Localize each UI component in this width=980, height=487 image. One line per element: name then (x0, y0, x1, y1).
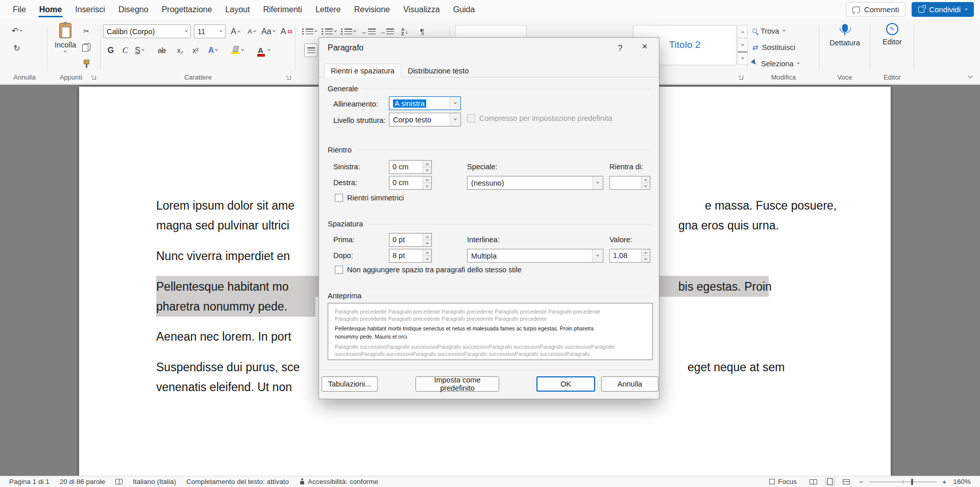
change-case-button[interactable]: Aa (261, 24, 275, 38)
spin-up[interactable] (423, 176, 431, 183)
language-indicator[interactable]: Italiano (Italia) (128, 476, 181, 487)
line-spacing-combobox[interactable]: Multipla (467, 249, 603, 263)
zoom-slider[interactable] (869, 481, 937, 482)
menu-tab-home[interactable]: Home (33, 0, 68, 19)
chevron-down-icon[interactable] (592, 249, 603, 262)
paste-button[interactable]: Incolla (52, 23, 79, 52)
gallery-more-button[interactable] (738, 52, 748, 65)
mirror-indents-checkbox[interactable]: Rientri simmetrici (335, 194, 404, 202)
font-size-combobox[interactable]: 11 (194, 24, 226, 38)
font-family-combobox[interactable]: Calibri (Corpo) (103, 24, 191, 38)
text-highlight-button[interactable] (231, 43, 244, 57)
spin-down[interactable] (642, 255, 650, 262)
find-button[interactable]: Trova (752, 24, 785, 38)
underline-button[interactable]: S (133, 43, 146, 57)
show-formatting-marks-button[interactable]: ¶ (415, 24, 429, 38)
font-color-button[interactable]: A (257, 43, 271, 57)
tab-rientri-e-spaziatura[interactable]: Rientri e spaziatura (324, 64, 401, 78)
spin-down[interactable] (423, 167, 431, 173)
doc-text-line[interactable]: gna eros quis urna. (678, 218, 779, 233)
doc-text-line[interactable]: e massa. Fusce posuere, (705, 198, 837, 213)
dialog-help-button[interactable]: ? (612, 42, 628, 55)
shrink-font-button[interactable]: A (245, 24, 258, 38)
numbered-list-button[interactable] (322, 24, 336, 38)
menu-tab-riferimenti[interactable]: Riferimenti (256, 0, 308, 19)
proofing-status[interactable] (110, 476, 128, 487)
italic-button[interactable]: C (118, 43, 132, 57)
subscript-button[interactable]: x₂ (174, 43, 187, 57)
spin-down[interactable] (642, 183, 650, 189)
alignment-combobox[interactable]: A sinistra (389, 96, 461, 110)
print-layout-view-button[interactable] (825, 477, 835, 486)
replace-button[interactable]: ⇄ Sostituisci (752, 40, 795, 54)
multilevel-list-button[interactable] (341, 24, 356, 38)
word-count[interactable]: 20 di 86 parole (55, 476, 110, 487)
gallery-up-button[interactable] (738, 25, 748, 38)
spin-up[interactable] (642, 249, 650, 255)
cancel-button[interactable]: Annulla (601, 376, 658, 392)
spin-down[interactable] (423, 255, 431, 262)
superscript-button[interactable]: x² (189, 43, 202, 57)
menu-tab-file[interactable]: File (6, 0, 33, 19)
font-dialog-launcher[interactable] (286, 74, 291, 80)
clipboard-dialog-launcher[interactable] (91, 74, 96, 80)
format-painter-button[interactable] (80, 57, 93, 70)
doc-text-line[interactable]: bis egestas. Proin (678, 279, 772, 294)
editor-button[interactable]: ✎ Editor (876, 23, 909, 46)
undo-button[interactable]: ↶ (10, 24, 23, 38)
doc-text-line[interactable]: eget neque at sem (688, 360, 785, 375)
chevron-down-icon[interactable] (450, 113, 460, 126)
bold-button[interactable]: G (104, 43, 117, 57)
cut-button[interactable]: ✂ (80, 24, 93, 38)
read-mode-view-button[interactable] (807, 478, 820, 485)
outline-level-combobox[interactable]: Corpo testo (389, 113, 461, 126)
spacing-after-spinner[interactable]: 8 pt (389, 249, 432, 263)
doc-text-line[interactable]: Lorem ipsum dolor sit ame (156, 198, 295, 213)
indent-right-spinner[interactable]: 0 cm (389, 176, 432, 190)
strikethrough-button[interactable]: ab (155, 43, 168, 57)
doc-text-line[interactable]: Suspendisse dui purus, sce (156, 360, 300, 375)
indent-left-spinner[interactable]: 0 cm (389, 160, 432, 174)
page-indicator[interactable]: Pagina 1 di 1 (4, 476, 55, 487)
zoom-level[interactable]: 160% (948, 478, 976, 485)
ok-button[interactable]: OK (536, 376, 595, 392)
dialog-close-button[interactable]: × (632, 38, 657, 55)
menu-tab-layout[interactable]: Layout (218, 0, 256, 19)
spin-up[interactable] (423, 234, 431, 240)
menu-tab-lettere[interactable]: Lettere (309, 0, 348, 19)
menu-tab-visualizza[interactable]: Visualizza (397, 0, 447, 19)
indent-by-spinner[interactable] (609, 176, 650, 190)
menu-tab-inserisci[interactable]: Inserisci (68, 0, 112, 19)
check-box[interactable] (335, 194, 343, 202)
menu-tab-disegno[interactable]: Disegno (112, 0, 155, 19)
doc-text-line[interactable]: Nunc viverra imperdiet en (156, 248, 290, 264)
style-gallery-cell[interactable] (455, 25, 527, 38)
doc-text-line[interactable]: magna sed pulvinar ultrici (156, 218, 289, 233)
redo-button[interactable]: ↻ (10, 41, 23, 55)
web-layout-view-button[interactable] (840, 478, 852, 485)
grow-font-button[interactable]: A (229, 24, 242, 38)
gallery-down-button[interactable] (738, 38, 748, 52)
menu-tab-guida[interactable]: Guida (447, 0, 482, 19)
zoom-out-button[interactable]: − (857, 477, 865, 486)
doc-text-line[interactable]: Aenean nec lorem. In port (156, 329, 291, 344)
dictate-button[interactable]: Dettatura (826, 24, 864, 47)
zoom-in-button[interactable]: + (941, 477, 948, 486)
focus-mode-button[interactable]: Focus (764, 478, 802, 485)
comments-button[interactable]: Commenti (846, 2, 905, 17)
text-completion-indicator[interactable]: Completamento del testo: attivato (181, 476, 294, 487)
copy-button[interactable] (80, 40, 93, 54)
check-box[interactable] (335, 266, 343, 274)
accessibility-status[interactable]: Accessibilità: conforme (294, 476, 383, 487)
doc-text-line[interactable]: pharetra nonummy pede. (156, 299, 287, 314)
spacing-at-spinner[interactable]: 1,08 (609, 249, 650, 263)
menu-tab-revisione[interactable]: Revisione (348, 0, 397, 19)
styles-dialog-launcher[interactable] (738, 74, 744, 80)
align-left-button[interactable] (304, 43, 317, 57)
special-combobox[interactable]: (nessuno) (467, 176, 603, 190)
increase-indent-button[interactable]: → (380, 24, 394, 38)
zoom-slider-thumb[interactable] (911, 479, 913, 485)
spin-down[interactable] (423, 240, 431, 246)
spin-up[interactable] (423, 249, 431, 255)
spin-down[interactable] (423, 183, 431, 189)
